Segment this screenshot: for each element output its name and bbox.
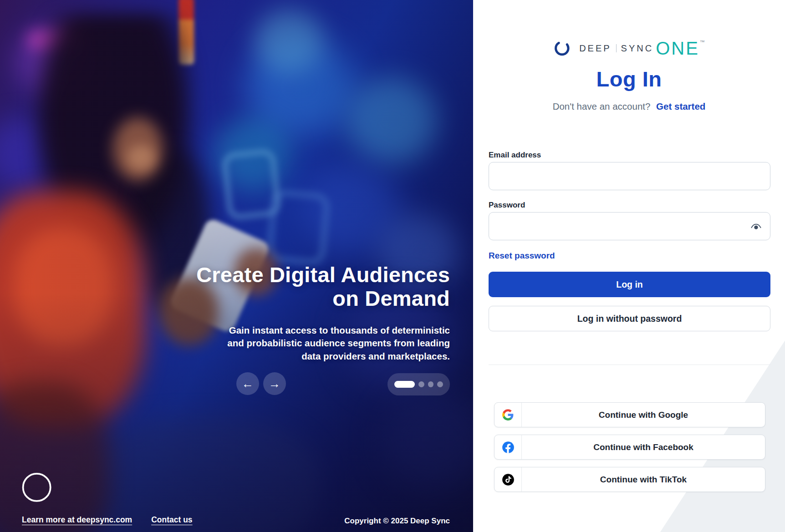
brand-word-sync: SYNC <box>621 43 654 54</box>
password-label: Password <box>489 201 770 210</box>
signup-prompt-text: Don't have an account? <box>553 101 651 111</box>
carousel-next-button[interactable]: → <box>263 372 286 395</box>
hero-description: Gain instant access to thousands of dete… <box>218 324 450 363</box>
eye-icon <box>750 221 762 233</box>
hero-heading-line2: on Demand <box>196 287 450 310</box>
social-button-label: Continue with Google <box>522 403 765 427</box>
carousel-dot[interactable] <box>428 381 434 387</box>
hero-footer-links: Learn more at deepsync.com Contact us <box>22 515 193 525</box>
reset-password-link[interactable]: Reset password <box>489 251 555 261</box>
brand-separator <box>616 44 617 52</box>
password-input[interactable] <box>489 212 770 240</box>
social-button-label: Continue with TikTok <box>522 467 765 491</box>
social-button-label: Continue with Facebook <box>522 435 765 459</box>
carousel-arrows: ← → <box>236 372 286 395</box>
tiktok-icon <box>494 467 522 491</box>
arrow-left-icon: ← <box>242 377 254 391</box>
trademark-symbol: ™ <box>700 39 705 45</box>
carousel-dot[interactable] <box>437 381 443 387</box>
toggle-password-visibility-button[interactable] <box>747 220 765 233</box>
continue-with-tiktok-button[interactable]: Continue with TikTok <box>494 467 765 492</box>
google-icon <box>494 403 522 427</box>
carousel-dot[interactable] <box>418 381 424 387</box>
copyright-text: Copyright © 2025 Deep Sync <box>344 517 450 526</box>
deep-sync-logo-icon <box>554 38 574 58</box>
continue-with-facebook-button[interactable]: Continue with Facebook <box>494 435 765 460</box>
hero-heading: Create Digital Audiences on Demand <box>196 263 450 310</box>
brand-product-one: ONE <box>656 39 699 57</box>
arrow-right-icon: → <box>269 377 280 391</box>
deep-sync-mark-icon <box>20 465 63 510</box>
section-divider <box>489 365 770 365</box>
login-without-password-button[interactable]: Log in without password <box>489 306 770 331</box>
login-button[interactable]: Log in <box>489 272 770 297</box>
contact-us-link[interactable]: Contact us <box>151 515 192 525</box>
login-panel: DEEP SYNC ONE ™ Log In Don't have an acc… <box>473 0 785 532</box>
carousel-indicator <box>387 373 450 395</box>
carousel-dot-active[interactable] <box>394 381 415 388</box>
learn-more-link[interactable]: Learn more at deepsync.com <box>22 515 132 525</box>
login-page: Create Digital Audiences on Demand Gain … <box>0 0 785 532</box>
carousel-prev-button[interactable]: ← <box>236 372 259 395</box>
continue-with-google-button[interactable]: Continue with Google <box>494 402 765 427</box>
brand-logo: DEEP SYNC ONE ™ <box>473 38 785 58</box>
signup-prompt: Don't have an account? Get started <box>473 101 785 112</box>
email-label: Email address <box>489 151 770 160</box>
brand-word-deep: DEEP <box>579 43 611 54</box>
brand-wordmark: DEEP SYNC ONE ™ <box>579 39 704 57</box>
page-title: Log In <box>473 66 785 91</box>
email-input[interactable] <box>489 162 770 190</box>
hero-heading-line1: Create Digital Audiences <box>196 263 450 287</box>
get-started-link[interactable]: Get started <box>656 101 705 111</box>
hero-panel: Create Digital Audiences on Demand Gain … <box>0 0 473 532</box>
facebook-icon <box>494 435 522 459</box>
